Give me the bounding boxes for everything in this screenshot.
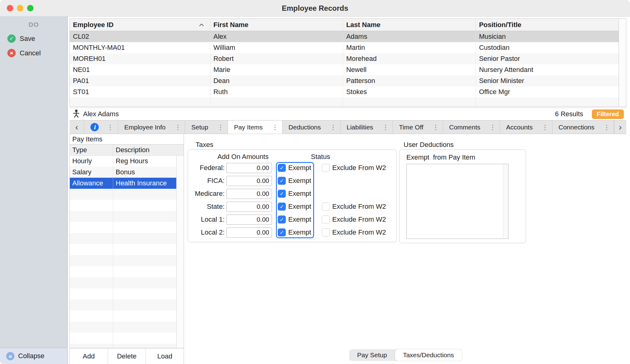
kebab-icon[interactable]: ⋮	[542, 124, 548, 131]
title-bar: Employee Records	[0, 0, 630, 17]
minimize-window-button[interactable]	[17, 5, 23, 11]
exempt-label: Exempt	[288, 228, 311, 236]
pay-item-row[interactable]: SalaryBonus	[70, 167, 176, 178]
pay-item-row-empty	[70, 288, 176, 299]
exempt-checkbox[interactable]: ✓	[278, 228, 286, 236]
bottom-tab-pay-setup[interactable]: Pay Setup	[349, 349, 395, 361]
employee-cell: Marie	[210, 64, 343, 75]
zoom-window-button[interactable]	[27, 5, 34, 11]
tab-accounts[interactable]: Accounts⋮	[500, 121, 552, 134]
filtered-badge[interactable]: Filtered	[592, 109, 624, 119]
column-header-first-name[interactable]: First Name	[210, 19, 343, 31]
employee-row[interactable]: ST01RuthStokesOffice Mgr	[70, 86, 619, 97]
tab-setup[interactable]: Setup⋮	[185, 121, 228, 134]
tabs-scroll-left-button[interactable]: ‹	[70, 121, 84, 134]
load-button[interactable]: Load	[146, 348, 184, 364]
exempt-checkbox[interactable]: ✓	[278, 164, 286, 172]
tab-info[interactable]: i ⋮	[84, 121, 118, 134]
employee-row[interactable]: NE01MarieNewellNursery Attendant	[70, 64, 619, 75]
kebab-icon[interactable]: ⋮	[382, 124, 389, 131]
exclude-w2-checkbox[interactable]	[322, 228, 330, 236]
pay-item-cell-empty	[70, 244, 113, 255]
tax-addon-amount-input[interactable]	[226, 176, 272, 186]
kebab-icon[interactable]: ⋮	[107, 124, 114, 131]
exempt-checkbox-group[interactable]: ✓Exempt	[278, 216, 315, 224]
tab-liabilities[interactable]: Liabilities⋮	[341, 121, 393, 134]
list-scrollbar[interactable]	[503, 164, 508, 238]
kebab-icon[interactable]: ⋮	[489, 124, 496, 131]
exclude-w2-checkbox[interactable]	[322, 164, 330, 172]
employee-cell: MONTHLY-MA01	[70, 42, 210, 53]
employee-table-scrollbar[interactable]	[619, 19, 626, 106]
tax-addon-amount-input[interactable]	[226, 228, 272, 238]
pay-item-row[interactable]: HourlyReg Hours	[70, 156, 176, 167]
tab-connections[interactable]: Connections⋮	[552, 121, 614, 134]
exempt-checkbox-group[interactable]: ✓Exempt	[278, 203, 315, 211]
exempt-checkbox[interactable]: ✓	[278, 190, 286, 198]
kebab-icon[interactable]: ⋮	[604, 124, 610, 131]
employee-cell: Stokes	[343, 86, 476, 97]
employee-cell-empty	[210, 97, 343, 106]
tax-row: State:✓ExemptExclude From W2	[188, 200, 397, 213]
tabs-scroll-right-button[interactable]: ›	[614, 121, 626, 134]
main-area: Employee IDFirst NameLast NamePosition/T…	[68, 17, 630, 364]
save-button-label: Save	[20, 35, 35, 43]
kebab-icon[interactable]: ⋮	[175, 124, 181, 131]
bottom-tab-taxes-deductions[interactable]: Taxes/Deductions	[395, 349, 462, 361]
pay-item-row-empty	[70, 189, 176, 200]
pay-item-row[interactable]: AllowanceHealth Insurance	[70, 178, 176, 189]
exclude-w2-checkbox-group[interactable]: Exclude From W2	[322, 228, 386, 236]
tax-addon-amount-input[interactable]	[226, 189, 272, 199]
content-area: Pay Items Type Description HourlyReg Hou…	[70, 134, 626, 364]
kebab-icon[interactable]: ⋮	[217, 124, 224, 131]
kebab-icon[interactable]: ⋮	[272, 124, 278, 131]
employee-row[interactable]: MOREH01RobertMoreheadSenior Pastor	[70, 53, 619, 64]
kebab-icon[interactable]: ⋮	[433, 124, 439, 131]
column-header-description: Description	[113, 144, 184, 155]
exempt-checkbox-group[interactable]: ✓Exempt	[278, 164, 315, 172]
pay-item-type: Salary	[70, 167, 113, 178]
exempt-from-pay-item-list[interactable]	[406, 164, 508, 239]
exempt-checkbox[interactable]: ✓	[278, 203, 286, 211]
exclude-w2-checkbox[interactable]	[322, 216, 330, 224]
save-button[interactable]: ✓ Save	[0, 31, 67, 46]
column-header-position-title[interactable]: Position/Title	[476, 19, 619, 31]
exempt-checkbox-group[interactable]: ✓Exempt	[278, 190, 315, 198]
close-window-button[interactable]	[7, 5, 13, 11]
tab-pay-items[interactable]: Pay Items⋮	[228, 121, 282, 134]
exclude-w2-checkbox-group[interactable]: Exclude From W2	[322, 216, 386, 224]
add-button[interactable]: Add	[70, 348, 108, 364]
kebab-icon[interactable]: ⋮	[330, 124, 337, 131]
collapse-button[interactable]: « Collapse	[0, 348, 67, 364]
exempt-checkbox[interactable]: ✓	[278, 216, 286, 224]
tab-time-off[interactable]: Time Off⋮	[393, 121, 443, 134]
exclude-w2-checkbox[interactable]	[322, 203, 330, 211]
employee-row[interactable]: PA01DeanPattersonSenior Minister	[70, 75, 619, 86]
pay-item-row-empty	[70, 233, 176, 244]
delete-button[interactable]: Delete	[108, 348, 146, 364]
pay-item-cell-empty	[70, 222, 113, 233]
employee-cell: Office Mgr	[476, 86, 619, 97]
tab-deductions[interactable]: Deductions⋮	[282, 121, 341, 134]
pay-items-panel-title: Pay Items	[70, 134, 184, 144]
pay-items-scrollbar[interactable]	[176, 156, 184, 348]
exclude-w2-checkbox-group[interactable]: Exclude From W2	[322, 164, 386, 172]
tab-employee-info[interactable]: Employee Info⋮	[118, 121, 185, 134]
tax-addon-amount-input[interactable]	[226, 215, 272, 225]
exempt-checkbox-group[interactable]: ✓Exempt	[278, 228, 315, 236]
employee-row[interactable]: MONTHLY-MA01WilliamMartinCustodian	[70, 42, 619, 53]
exempt-checkbox[interactable]: ✓	[278, 177, 286, 185]
tab-comments[interactable]: Comments⋮	[443, 121, 500, 134]
tax-addon-amount-input[interactable]	[226, 163, 272, 173]
employee-row[interactable]: CL02AlexAdamsMusician	[70, 31, 619, 42]
exclude-w2-checkbox-group[interactable]: Exclude From W2	[322, 203, 386, 211]
pay-item-cell-empty	[70, 211, 113, 222]
column-header-last-name[interactable]: Last Name	[343, 19, 476, 31]
employee-cell-empty	[343, 97, 476, 106]
pay-item-cell-empty	[113, 244, 176, 255]
cancel-button[interactable]: × Cancel	[0, 46, 67, 60]
tax-addon-amount-input[interactable]	[226, 202, 272, 212]
column-header-employee-id[interactable]: Employee ID	[70, 19, 210, 31]
tax-label: Local 1:	[188, 216, 225, 224]
exempt-checkbox-group[interactable]: ✓Exempt	[278, 177, 315, 185]
